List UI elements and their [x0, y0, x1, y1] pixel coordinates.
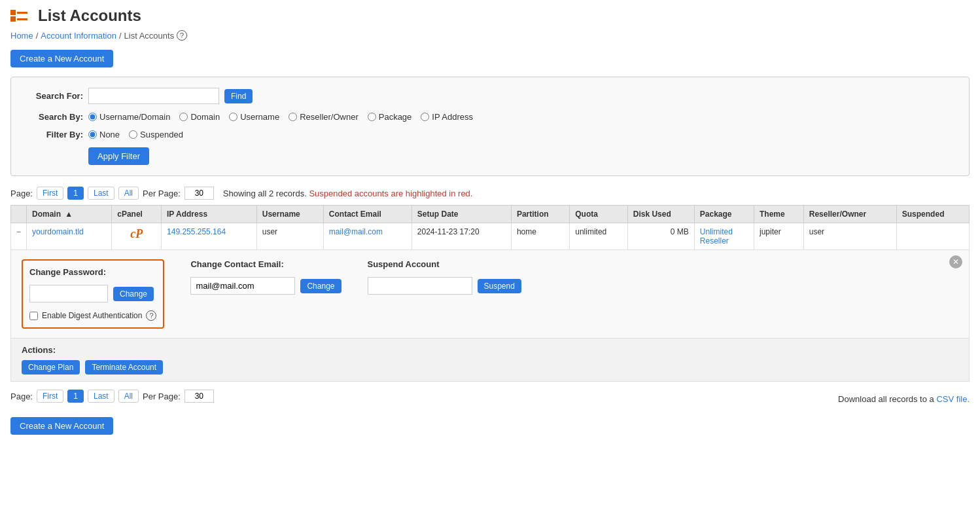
change-password-button[interactable]: Change [113, 287, 154, 301]
page-title: List Accounts [38, 7, 141, 25]
col-username: Username [256, 206, 323, 223]
create-new-account-button-top[interactable]: Create a New Account [10, 50, 113, 67]
col-domain[interactable]: Domain ▲ [27, 206, 112, 223]
suspend-title: Suspend Account [368, 259, 521, 269]
close-expanded-button[interactable]: ✕ [949, 255, 962, 268]
page-label-bottom: Page: [10, 392, 33, 401]
digest-auth-checkbox[interactable] [29, 312, 38, 320]
suspend-input[interactable] [368, 277, 472, 295]
package-link[interactable]: UnlimitedReseller [700, 227, 733, 246]
col-disk-used: Disk Used [627, 206, 694, 223]
search-for-label: Search For: [24, 91, 83, 101]
last-page-btn-bottom[interactable]: Last [88, 390, 114, 403]
radio-suspended[interactable]: Suspended [129, 130, 183, 139]
col-contact-email: Contact Email [323, 206, 411, 223]
current-page-btn-bottom[interactable]: 1 [67, 390, 84, 403]
page-label-top: Page: [10, 189, 33, 198]
actions-row: Actions: Change Plan Terminate Account [11, 339, 970, 382]
radio-username[interactable]: Username [229, 112, 279, 122]
col-partition: Partition [511, 206, 569, 223]
per-page-label-bottom: Per Page: [143, 392, 181, 401]
contact-email-link[interactable]: mail@mail.com [329, 227, 383, 236]
filter-by-label: Filter By: [24, 130, 83, 139]
digest-auth-label[interactable]: Enable Digest Authentication [42, 311, 142, 320]
search-by-label: Search By: [24, 112, 83, 122]
csv-download: Download all records to a CSV file. [838, 394, 970, 404]
contact-email-cell: mail@mail.com [323, 223, 411, 250]
actions-label: Actions: [22, 345, 958, 355]
change-password-section: Change Password: Change Enable Digest Au… [22, 259, 164, 329]
digest-help-icon[interactable]: ? [146, 310, 156, 321]
change-email-button[interactable]: Change [300, 279, 341, 293]
expanded-sections: Change Password: Change Enable Digest Au… [22, 259, 958, 329]
col-cpanel: cPanel [112, 206, 162, 223]
all-page-btn-top[interactable]: All [118, 187, 139, 200]
radio-username-domain[interactable]: Username/Domain [88, 112, 170, 122]
create-new-account-button-bottom[interactable]: Create a New Account [10, 417, 113, 435]
col-reseller-owner: Reseller/Owner [803, 206, 896, 223]
last-page-btn-top[interactable]: Last [88, 187, 114, 200]
breadcrumb-account-info[interactable]: Account Information [41, 31, 116, 41]
breadcrumb-current: List Accounts [124, 31, 175, 41]
expanded-row: ✕ Change Password: Change Enable Dige [11, 250, 970, 339]
radio-reseller-owner[interactable]: Reseller/Owner [289, 112, 359, 122]
radio-package[interactable]: Package [368, 112, 412, 122]
search-input[interactable] [88, 88, 219, 104]
col-expand [11, 206, 27, 223]
suspend-button[interactable]: Suspend [478, 279, 521, 293]
cpanel-icon[interactable]: cP [130, 227, 143, 240]
radio-none[interactable]: None [88, 130, 120, 139]
suspend-section: Suspend Account Suspend [368, 259, 521, 295]
radio-ip-address[interactable]: IP Address [421, 112, 473, 122]
current-page-btn-top[interactable]: 1 [67, 187, 84, 200]
email-input-row: Change [190, 277, 341, 295]
expand-cell[interactable]: − [11, 223, 27, 250]
col-package: Package [694, 206, 754, 223]
digest-auth-row: Enable Digest Authentication ? [29, 310, 156, 321]
breadcrumb-sep1: / [36, 31, 39, 41]
change-plan-button[interactable]: Change Plan [22, 360, 80, 375]
ip-address-link[interactable]: 149.255.255.164 [167, 227, 226, 236]
accounts-table: Domain ▲ cPanel IP Address Username Cont… [10, 205, 970, 382]
bottom-bar: Page: First 1 Last All Per Page: Downloa… [10, 390, 970, 408]
actions-buttons: Change Plan Terminate Account [22, 360, 958, 375]
suspended-cell [896, 223, 969, 250]
col-theme: Theme [754, 206, 804, 223]
col-ip-address: IP Address [162, 206, 257, 223]
cpanel-cell[interactable]: cP [112, 223, 162, 250]
list-accounts-icon [10, 10, 31, 22]
change-email-title: Change Contact Email: [190, 259, 341, 269]
ip-address-cell: 149.255.255.164 [162, 223, 257, 250]
col-suspended: Suspended [896, 206, 969, 223]
quota-cell: unlimited [570, 223, 627, 250]
reseller-owner-cell: user [803, 223, 896, 250]
radio-domain[interactable]: Domain [179, 112, 220, 122]
col-quota: Quota [570, 206, 627, 223]
table-row: − yourdomain.tld cP 149.255.255.164 user… [11, 223, 970, 250]
expanded-content-cell: ✕ Change Password: Change Enable Dige [11, 250, 970, 339]
password-input[interactable] [29, 285, 108, 302]
contact-email-input[interactable] [190, 277, 295, 295]
terminate-account-button[interactable]: Terminate Account [85, 360, 163, 375]
apply-filter-button[interactable]: Apply Filter [88, 147, 149, 165]
all-page-btn-bottom[interactable]: All [118, 390, 139, 403]
first-page-btn-top[interactable]: First [37, 187, 63, 200]
find-button[interactable]: Find [224, 89, 253, 103]
csv-link[interactable]: CSV file. [936, 394, 970, 404]
theme-cell: jupiter [754, 223, 804, 250]
breadcrumb-sep2: / [119, 31, 122, 41]
domain-link[interactable]: yourdomain.tld [32, 227, 84, 236]
breadcrumb-home[interactable]: Home [10, 31, 33, 41]
csv-text: Download all records to a [838, 394, 934, 404]
per-page-input-bottom[interactable] [184, 390, 214, 403]
table-header-row: Domain ▲ cPanel IP Address Username Cont… [11, 206, 970, 223]
help-icon[interactable]: ? [177, 30, 187, 41]
search-by-options: Username/Domain Domain Username Reseller… [88, 112, 473, 122]
partition-cell: home [511, 223, 569, 250]
change-email-section: Change Contact Email: Change [190, 259, 341, 295]
package-cell: UnlimitedReseller [694, 223, 754, 250]
per-page-input-top[interactable] [184, 187, 214, 200]
expanded-content: ✕ Change Password: Change Enable Dige [11, 250, 969, 338]
setup-date-cell: 2024-11-23 17:20 [411, 223, 511, 250]
first-page-btn-bottom[interactable]: First [37, 390, 63, 403]
